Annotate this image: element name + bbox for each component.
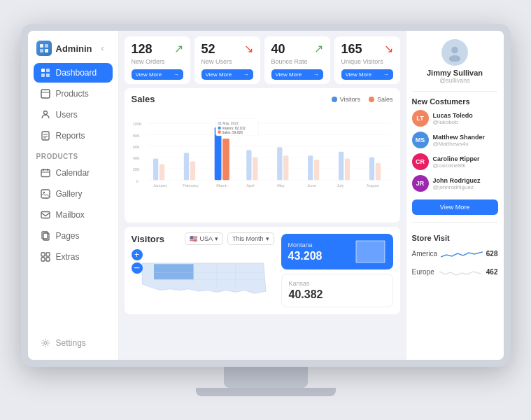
- svg-text:January: January: [153, 183, 167, 188]
- svg-rect-37: [190, 161, 194, 180]
- profile-handle: @sullivans: [439, 77, 470, 84]
- stat-btn-orders[interactable]: View More →: [132, 69, 183, 80]
- customer-item: MS Matthew Shander @Matthews4u: [412, 132, 498, 148]
- customer-handle: @lukobob: [433, 119, 473, 125]
- chart-svg: 100K 80K 60K 40K 20K 0: [132, 108, 393, 217]
- svg-rect-17: [41, 253, 45, 256]
- zoom-in-button[interactable]: +: [132, 249, 143, 260]
- stat-trend-users: ↘: [244, 42, 253, 55]
- svg-rect-52: [338, 152, 343, 181]
- customer-item: LT Lucas Toledo @lukobob: [412, 110, 498, 127]
- europe-sparkline: [439, 265, 481, 279]
- logo-icon: [36, 41, 52, 56]
- montana-value: 43.208: [288, 250, 323, 262]
- customer-item: JR John Rodriguez @johnrodriiguez: [412, 175, 498, 192]
- legend-visitors: Visitors: [332, 96, 360, 103]
- stat-card-visitors: 165 ↘ Unique Visitors View More →: [334, 36, 400, 84]
- svg-rect-11: [41, 170, 50, 177]
- svg-text:August: August: [366, 183, 378, 188]
- sidebar-item-label: Products: [56, 89, 89, 99]
- chart-title: Sales: [132, 94, 155, 104]
- svg-text:01 May, 2022: 01 May, 2022: [218, 122, 238, 125]
- sidebar-item-dashboard[interactable]: Dashboard: [34, 63, 113, 83]
- user-avatar: [441, 39, 468, 66]
- sidebar-item-reports[interactable]: Reports: [34, 126, 113, 146]
- stat-btn-bounce[interactable]: View More →: [271, 69, 323, 80]
- kansas-value: 40.382: [289, 288, 323, 301]
- customer-avatar: LT: [412, 110, 429, 127]
- svg-rect-20: [46, 258, 50, 261]
- sidebar-products-nav: Calendar Gallery: [28, 163, 118, 267]
- collapse-icon[interactable]: ‹: [101, 43, 110, 53]
- svg-text:20K: 20K: [132, 167, 139, 172]
- customers-section-title: New Costumers: [412, 97, 498, 106]
- visitors-right: Montana 43.208 Kansas 40.382: [281, 232, 393, 309]
- map-zoom-controls: + −: [132, 249, 143, 274]
- right-panel: Jimmy Sullivan @sullivans New Costumers …: [406, 31, 504, 360]
- svg-point-21: [44, 342, 47, 344]
- visitors-section: Visitors 🇺🇸 USA ▾ This Month ▾: [125, 227, 400, 314]
- svg-text:February: February: [183, 183, 199, 188]
- stat-card-montana: Montana 43.208: [281, 234, 393, 270]
- sidebar-item-settings[interactable]: Settings: [28, 333, 118, 353]
- stat-card-kansas: Kansas 40.382: [281, 274, 393, 307]
- customer-item: CR Caroline Ripper @caroline89l: [412, 153, 498, 170]
- svg-rect-19: [41, 258, 45, 261]
- stat-trend-orders: ↗: [174, 42, 183, 55]
- country-select[interactable]: 🇺🇸 USA ▾: [185, 232, 223, 245]
- sidebar-logo: Adminin ‹: [28, 38, 118, 63]
- svg-rect-55: [375, 163, 380, 180]
- profile-name: Jimmy Sullivan: [427, 69, 483, 77]
- stat-btn-users[interactable]: View More →: [201, 69, 253, 80]
- svg-rect-51: [313, 160, 318, 180]
- sidebar-item-calendar[interactable]: Calendar: [34, 163, 113, 183]
- period-select[interactable]: This Month ▾: [227, 232, 274, 245]
- svg-rect-5: [46, 69, 50, 72]
- sidebar-item-label: Reports: [56, 131, 85, 141]
- customers-list: LT Lucas Toledo @lukobob MS Matthew Shan…: [412, 110, 498, 197]
- sidebar-item-products[interactable]: Products: [34, 84, 113, 104]
- chart-legend: Visitors Sales: [332, 96, 393, 103]
- zoom-out-button[interactable]: −: [132, 262, 143, 274]
- sidebar-item-users[interactable]: Users: [34, 105, 113, 125]
- svg-text:April: April: [246, 183, 254, 188]
- stat-number-bounce: 40: [271, 42, 285, 57]
- svg-rect-53: [344, 158, 349, 180]
- legend-sales: Sales: [369, 96, 393, 103]
- svg-rect-50: [308, 155, 313, 180]
- sidebar-item-pages[interactable]: Pages: [34, 226, 113, 246]
- products-section-title: Products: [28, 146, 118, 163]
- stat-btn-visitors[interactable]: View More →: [341, 69, 393, 80]
- svg-rect-34: [153, 158, 157, 180]
- customer-handle: @johnrodriiguez: [433, 184, 481, 190]
- sidebar-item-label: Gallery: [56, 189, 83, 199]
- svg-rect-7: [46, 74, 50, 77]
- sidebar-item-extras[interactable]: Extras: [34, 247, 113, 267]
- store-item-europe: Europe 462: [412, 265, 498, 279]
- customer-avatar: JR: [412, 175, 429, 192]
- store-country-europe: Europe: [412, 268, 434, 276]
- stat-trend-visitors: ↘: [384, 42, 393, 55]
- svg-rect-0: [40, 44, 43, 48]
- stat-card-users: 52 ↘ New Users View More →: [194, 36, 260, 84]
- america-sparkline: [441, 246, 483, 260]
- customer-name: Lucas Toledo: [433, 112, 473, 119]
- stat-card-orders: 128 ↗ New Orders View More →: [125, 36, 190, 84]
- svg-rect-42: [218, 127, 220, 130]
- sidebar-item-gallery[interactable]: Gallery: [34, 184, 113, 204]
- svg-rect-8: [41, 90, 50, 98]
- svg-rect-36: [183, 153, 188, 180]
- stat-number-orders: 128: [132, 42, 153, 57]
- svg-point-69: [451, 47, 458, 54]
- sidebar-main-nav: Dashboard Products U: [28, 63, 118, 146]
- svg-text:March: March: [216, 183, 227, 188]
- sidebar-item-mailbox[interactable]: Mailbox: [34, 205, 113, 225]
- view-more-button[interactable]: View More: [412, 200, 498, 215]
- customer-avatar: MS: [412, 132, 429, 148]
- store-item-america: America 628: [412, 246, 498, 260]
- svg-rect-47: [253, 158, 257, 181]
- svg-rect-4: [41, 69, 45, 72]
- stats-row: 128 ↗ New Orders View More → 52 ↘: [119, 31, 406, 84]
- svg-rect-39: [222, 139, 229, 180]
- svg-rect-1: [45, 44, 48, 48]
